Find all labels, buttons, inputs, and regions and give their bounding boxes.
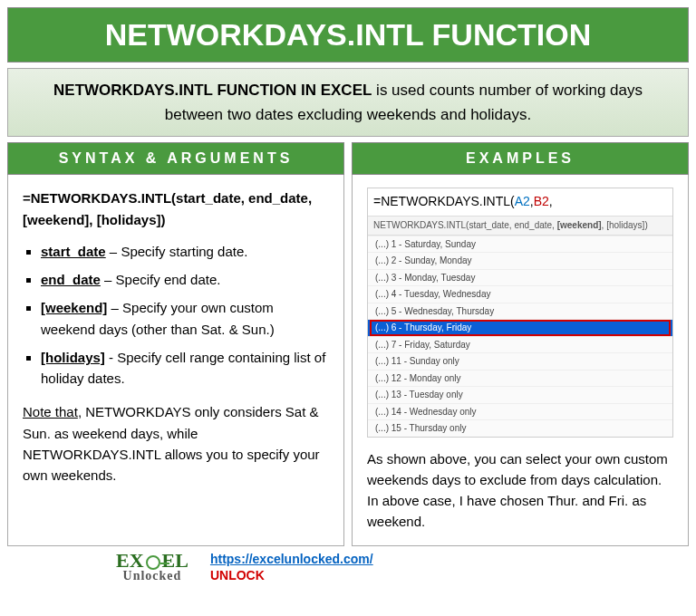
dropdown-option[interactable]: (...) 5 - Wednesday, Thursday: [368, 303, 672, 320]
formula-tooltip: NETWORKDAYS.INTL(start_date, end_date, […: [368, 217, 672, 236]
formula-prefix: =NETWORKDAYS.INTL(: [373, 194, 515, 208]
arg-name: [weekend]: [41, 300, 107, 315]
excel-sample: =NETWORKDAYS.INTL(A2,B2, NETWORKDAYS.INT…: [367, 188, 673, 437]
syntax-formula: =NETWORKDAYS.INTL(start_date, end_date, …: [23, 188, 329, 230]
logo: EXEL Unlocked: [116, 552, 188, 582]
arg-name: [holidays]: [41, 350, 105, 365]
page-title: NETWORKDAYS.INTL FUNCTION: [7, 7, 689, 63]
formula-trailing: ,: [549, 194, 553, 208]
arg-name: end_date: [41, 272, 101, 287]
footer-links: https://excelunlocked.com/ UNLOCK: [210, 552, 373, 582]
dropdown-option[interactable]: (...) 3 - Monday, Tuesday: [368, 269, 672, 286]
dropdown-option-label: (...) 6 - Thursday, Friday: [375, 322, 471, 332]
syntax-body: =NETWORKDAYS.INTL(start_date, end_date, …: [7, 175, 344, 545]
examples-body: =NETWORKDAYS.INTL(A2,B2, NETWORKDAYS.INT…: [352, 175, 689, 545]
tooltip-text: NETWORKDAYS.INTL(start_date, end_date,: [373, 220, 557, 230]
dropdown-option[interactable]: (...) 11 - Sunday only: [368, 352, 672, 370]
dropdown-option[interactable]: (...) 7 - Friday, Saturday: [368, 336, 672, 353]
logo-top: EXEL: [116, 552, 188, 571]
dropdown-option-selected[interactable]: (...) 6 - Thursday, Friday: [368, 319, 672, 336]
dropdown-option[interactable]: (...) 1 - Saturday, Sunday: [368, 236, 672, 253]
footer-unlock-text: UNLOCK: [210, 568, 373, 582]
arg-desc: – Specify end date.: [101, 272, 221, 287]
weekend-dropdown[interactable]: (...) 1 - Saturday, Sunday (...) 2 - Sun…: [368, 236, 672, 437]
arg-name: start_date: [41, 244, 106, 259]
formula-ref-b2: B2: [534, 194, 549, 208]
arg-end-date: end_date – Specify end date.: [41, 269, 329, 290]
syntax-column: SYNTAX & ARGUMENTS =NETWORKDAYS.INTL(sta…: [7, 142, 344, 545]
arg-desc: – Specify starting date.: [106, 244, 248, 259]
formula-ref-a2: A2: [515, 194, 530, 208]
arg-weekend: [weekend] – Specify your own custom week…: [41, 297, 329, 340]
examples-column: EXAMPLES =NETWORKDAYS.INTL(A2,B2, NETWOR…: [352, 142, 689, 545]
example-description: As shown above, you can select your own …: [367, 448, 673, 533]
arg-holidays: [holidays] - Specify cell range containi…: [41, 347, 329, 390]
formula-bar: =NETWORKDAYS.INTL(A2,B2,: [368, 188, 672, 217]
footer: EXEL Unlocked https://excelunlocked.com/…: [7, 552, 689, 582]
syntax-note: Note that, NETWORKDAYS only considers Sa…: [23, 401, 329, 486]
tooltip-current-arg: [weekend]: [557, 220, 602, 230]
dropdown-option[interactable]: (...) 4 - Tuesday, Wednesday: [368, 285, 672, 303]
dropdown-option[interactable]: (...) 2 - Sunday, Monday: [368, 252, 672, 269]
tooltip-text: , [holidays]): [602, 220, 648, 230]
key-icon: [146, 555, 160, 570]
syntax-header: SYNTAX & ARGUMENTS: [7, 142, 344, 175]
dropdown-option[interactable]: (...) 14 - Wednesday only: [368, 403, 672, 420]
dropdown-option[interactable]: (...) 12 - Monday only: [368, 370, 672, 387]
arg-start-date: start_date – Specify starting date.: [41, 241, 329, 262]
footer-url[interactable]: https://excelunlocked.com/: [210, 552, 373, 566]
arguments-list: start_date – Specify starting date. end_…: [23, 241, 329, 390]
description-emphasis: NETWORKDAYS.INTL FUNCTION IN EXCEL: [53, 82, 372, 99]
examples-header: EXAMPLES: [352, 142, 689, 175]
dropdown-option[interactable]: (...) 13 - Tuesday only: [368, 386, 672, 403]
two-column-layout: SYNTAX & ARGUMENTS =NETWORKDAYS.INTL(sta…: [7, 142, 689, 545]
note-label: Note that: [23, 404, 78, 419]
dropdown-option[interactable]: (...) 15 - Thursday only: [368, 419, 672, 437]
description-bar: NETWORKDAYS.INTL FUNCTION IN EXCEL is us…: [7, 68, 689, 137]
logo-bottom: Unlocked: [123, 570, 182, 582]
